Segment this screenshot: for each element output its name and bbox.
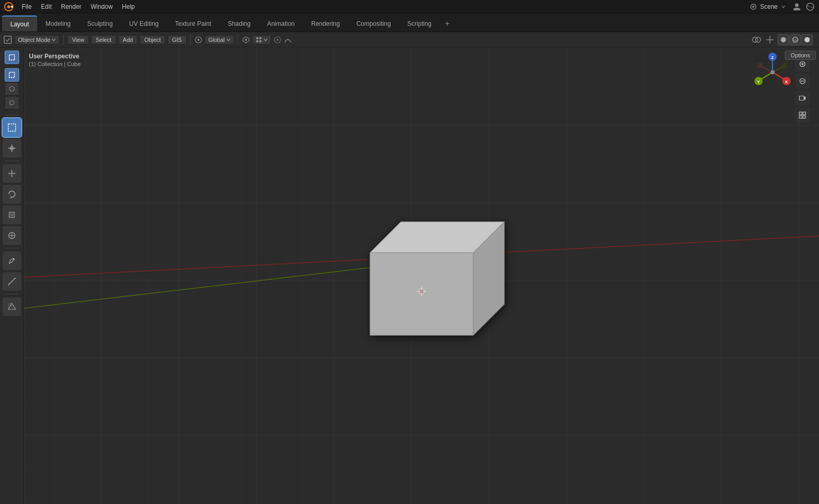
sel-lasso-btn[interactable] bbox=[5, 96, 19, 109]
menu-window[interactable]: Window bbox=[86, 2, 117, 11]
app-logo bbox=[3, 1, 14, 12]
svg-point-4 bbox=[752, 6, 754, 8]
sel-box-btn[interactable] bbox=[5, 68, 19, 82]
svg-rect-24 bbox=[9, 55, 14, 60]
gis-menu[interactable]: GIS bbox=[167, 35, 187, 44]
svg-rect-74 bbox=[799, 112, 802, 115]
tool-rotate[interactable] bbox=[3, 185, 21, 203]
tool-annotate[interactable] bbox=[3, 251, 21, 270]
object-mode-dropdown[interactable]: Object Mode bbox=[14, 35, 59, 44]
tool-measure[interactable] bbox=[3, 272, 21, 291]
tab-shading[interactable]: Shading bbox=[220, 15, 259, 32]
tool-cursor[interactable] bbox=[3, 139, 21, 158]
svg-text:Y: Y bbox=[757, 80, 760, 84]
menu-edit[interactable]: Edit bbox=[37, 2, 56, 11]
select-menu[interactable]: Select bbox=[91, 35, 116, 44]
scene-dropdown-icon bbox=[781, 4, 786, 9]
proportional-edit-icon[interactable] bbox=[273, 36, 282, 44]
svg-rect-11 bbox=[256, 37, 258, 39]
add-menu[interactable]: Add bbox=[118, 35, 138, 44]
toolbar-bar: Object Mode View Select Add Object GIS G… bbox=[0, 32, 819, 48]
left-tool-panel bbox=[0, 48, 24, 504]
snap-element-dropdown[interactable] bbox=[252, 35, 271, 44]
top-menu-bar: File Edit Render Window Help Scene bbox=[0, 0, 819, 13]
falloff-icon bbox=[284, 36, 292, 44]
svg-rect-73 bbox=[799, 96, 804, 100]
overlay-icon[interactable] bbox=[751, 34, 762, 45]
object-menu[interactable]: Object bbox=[140, 35, 165, 44]
viewport-rendered-btn[interactable] bbox=[801, 34, 813, 45]
menu-render[interactable]: Render bbox=[57, 2, 85, 11]
viewport-shading-icon[interactable] bbox=[805, 1, 816, 12]
sel-circle-btn[interactable] bbox=[5, 82, 19, 96]
viewport-subtitle: (1) Collection | Cube bbox=[29, 61, 81, 67]
tab-modeling[interactable]: Modeling bbox=[37, 15, 79, 32]
zoom-out-btn[interactable] bbox=[795, 74, 810, 88]
svg-point-16 bbox=[276, 39, 279, 41]
svg-point-21 bbox=[781, 37, 786, 42]
main-area: User Perspective (1) Collection | Cube Z… bbox=[0, 48, 819, 504]
viewport-3d[interactable]: User Perspective (1) Collection | Cube Z… bbox=[24, 48, 819, 504]
tool-add-primitive[interactable] bbox=[3, 297, 21, 316]
tab-sculpting[interactable]: Sculpting bbox=[79, 15, 121, 32]
transform-space-dropdown[interactable]: Global bbox=[205, 35, 234, 44]
svg-line-39 bbox=[9, 278, 15, 285]
grid-view-btn[interactable] bbox=[795, 108, 810, 122]
user-prefs-icon[interactable] bbox=[791, 1, 802, 12]
svg-text:Z: Z bbox=[771, 55, 774, 60]
svg-rect-12 bbox=[259, 37, 261, 39]
options-button[interactable]: Options bbox=[785, 51, 816, 60]
tool-sep-1 bbox=[5, 115, 19, 115]
view-menu[interactable]: View bbox=[67, 35, 89, 44]
tab-layout[interactable]: Layout bbox=[2, 15, 37, 32]
sel-mode-box[interactable] bbox=[5, 51, 19, 64]
tab-compositing[interactable]: Compositing bbox=[348, 15, 399, 32]
svg-rect-75 bbox=[803, 112, 806, 115]
menu-help[interactable]: Help bbox=[118, 2, 139, 11]
tool-sep-3 bbox=[5, 248, 19, 248]
tab-rendering[interactable]: Rendering bbox=[303, 15, 348, 32]
camera-view-btn[interactable] bbox=[795, 91, 810, 105]
tab-texture-paint[interactable]: Texture Paint bbox=[167, 15, 220, 32]
workspace-tabs: Layout Modeling Sculpting UV Editing Tex… bbox=[0, 13, 819, 32]
svg-point-66 bbox=[782, 63, 787, 68]
svg-point-18 bbox=[755, 37, 761, 42]
svg-point-64 bbox=[758, 63, 763, 68]
viewport-solid-btn[interactable] bbox=[778, 34, 789, 45]
viewport-material-btn[interactable] bbox=[790, 34, 801, 45]
snap-icon[interactable] bbox=[242, 36, 250, 44]
svg-point-26 bbox=[9, 87, 14, 91]
svg-point-1 bbox=[7, 5, 10, 8]
selection-mode-group bbox=[5, 51, 19, 64]
tool-scale[interactable] bbox=[3, 206, 21, 224]
viewport-title: User Perspective bbox=[29, 53, 81, 60]
menu-file[interactable]: File bbox=[18, 2, 36, 11]
svg-rect-27 bbox=[8, 124, 16, 131]
tab-uv-editing[interactable]: UV Editing bbox=[121, 15, 167, 32]
tb-sep-2 bbox=[190, 35, 191, 45]
svg-point-9 bbox=[197, 39, 199, 41]
tool-select[interactable] bbox=[3, 118, 21, 137]
svg-rect-14 bbox=[259, 40, 261, 42]
tool-move[interactable] bbox=[3, 164, 21, 183]
tool-transform[interactable] bbox=[3, 226, 21, 245]
tab-scripting[interactable]: Scripting bbox=[399, 15, 440, 32]
tool-sep-2 bbox=[5, 161, 19, 161]
svg-point-5 bbox=[795, 3, 799, 7]
svg-text:X: X bbox=[785, 80, 788, 84]
gizmo-icon[interactable] bbox=[764, 34, 776, 45]
svg-point-2 bbox=[11, 6, 13, 8]
cube-3d bbox=[329, 191, 515, 368]
svg-rect-76 bbox=[799, 116, 802, 118]
tab-animation[interactable]: Animation bbox=[259, 15, 303, 32]
proportional-icon bbox=[194, 36, 203, 44]
svg-rect-34 bbox=[10, 213, 13, 216]
tb-sep-1 bbox=[63, 35, 64, 45]
scene-name: Scene bbox=[760, 3, 778, 10]
svg-rect-25 bbox=[9, 72, 14, 77]
tb-sep-3 bbox=[238, 35, 238, 45]
viewport-info: User Perspective (1) Collection | Cube bbox=[29, 53, 81, 67]
svg-rect-13 bbox=[256, 40, 258, 42]
add-workspace-button[interactable]: + bbox=[440, 15, 455, 32]
tool-sep-4 bbox=[5, 294, 19, 294]
